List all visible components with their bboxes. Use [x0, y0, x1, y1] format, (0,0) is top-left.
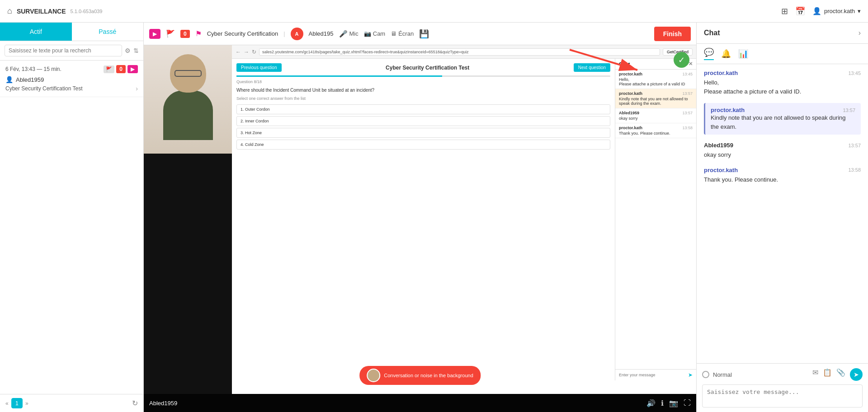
session-save-icon[interactable]: 💾	[419, 29, 429, 39]
quiz-instruction: Select one correct answer from the list	[236, 96, 610, 101]
inner-chat-input-area: ➤	[615, 369, 696, 380]
chat-send-button[interactable]: ➤	[850, 368, 863, 381]
quiz-title-inner: Cyber Security Certification Test	[386, 65, 469, 71]
inner-chat-msg-4: proctor.kath 13:58 Thank you. Please con…	[615, 123, 696, 138]
tab-passe[interactable]: Passé	[72, 23, 144, 41]
page-prev-button[interactable]: «	[5, 400, 9, 407]
page-1-button[interactable]: 1	[11, 398, 23, 408]
grid-icon[interactable]: ⊞	[781, 6, 788, 16]
noise-warning: Conversation or noise in the background	[359, 366, 481, 385]
inner-msg-sender-3: Abled1959 13:57	[619, 111, 639, 115]
right-chat-header: Chat ›	[697, 23, 868, 44]
quiz-question-num: Question 8/18	[236, 80, 610, 84]
search-input[interactable]	[5, 45, 122, 56]
chat-time-1: 13:45	[848, 70, 861, 76]
calendar-icon[interactable]: 📅	[795, 6, 805, 16]
quiz-main: Previous question Cyber Security Certifi…	[232, 59, 615, 380]
top-header: ⌂ SURVEILLANCE 5.1.0-653a039 ⊞ 📅 👤 proct…	[0, 0, 868, 23]
quiz-option-3[interactable]: 3. Hot Zone	[236, 128, 610, 138]
cam-icon: 📷	[364, 30, 371, 37]
chat-text-2: Kindly note that you are not allowed to …	[711, 113, 855, 131]
mail-icon[interactable]: ✉	[812, 368, 818, 381]
session-item[interactable]: 6 Fév, 13:43 — 15 min. 🚩 0 ▶ 👤 Abled1959…	[0, 61, 143, 97]
fullscreen-icon[interactable]: ⛶	[684, 399, 691, 407]
video-bottom-bar: Abled1959 🔊 ℹ 📷 ⛶	[144, 394, 696, 412]
volume-icon[interactable]: 🔊	[646, 399, 656, 407]
student-icon: 👤	[5, 76, 13, 83]
right-chat: Chat › 💬 🔔 📊 proctor.kath 13:45 Hello,Pl…	[696, 23, 868, 412]
session-badges: 🚩 0 ▶	[104, 65, 138, 73]
inner-chat-input[interactable]	[619, 373, 686, 377]
inner-chat-msg-3: Abled1959 13:57 okay sorry	[615, 108, 696, 123]
chat-tab-alerts[interactable]: 🔔	[721, 49, 731, 59]
chat-messages: proctor.kath 13:45 Hello,Please attache …	[697, 64, 868, 363]
user-name: proctor.kath	[824, 8, 855, 14]
chat-msg-header-1: proctor.kath 13:45	[704, 70, 861, 76]
filter-icon[interactable]: ⚙	[125, 47, 131, 54]
webcam-image	[144, 45, 232, 154]
chat-text-1: Hello,Please attache a picture of a vali…	[704, 78, 861, 96]
chat-bottom: Normal ✉ 📋 📎 ➤	[697, 363, 868, 412]
session-flag-red-icon[interactable]: 🚩	[166, 29, 175, 38]
chat-sender-4: proctor.kath	[704, 167, 738, 173]
person-body	[163, 90, 213, 140]
flag-icon[interactable]: 🚩	[104, 66, 114, 73]
chat-msg-group-2: proctor.kath 13:57 Kindly note that you …	[704, 103, 861, 135]
chat-time-3: 13:57	[848, 143, 861, 148]
attach-icon[interactable]: 📎	[836, 368, 845, 381]
chat-msg-header-2: proctor.kath 13:57	[711, 107, 855, 113]
chat-mode-radio[interactable]	[702, 371, 709, 378]
right-chat-title: Chat	[704, 29, 720, 37]
quiz-prev-button[interactable]: Previous question	[236, 63, 282, 72]
sidebar-search: ⚙ ⇅	[0, 41, 143, 61]
person-head	[170, 54, 206, 93]
inner-msg-sender-4: proctor.kath 13:58	[619, 126, 642, 130]
inner-msg-sender-2: proctor.kath 13:57	[619, 91, 642, 96]
camera-icon[interactable]: 📷	[669, 399, 678, 407]
chat-tab-messages[interactable]: 💬	[704, 47, 714, 60]
sidebar-pagination: « 1 » ↻	[0, 394, 143, 412]
page-nav: « 1 »	[5, 398, 28, 408]
clipboard-icon[interactable]: 📋	[823, 368, 832, 381]
sort-icon[interactable]: ⇅	[133, 47, 139, 54]
page-next-button[interactable]: »	[25, 400, 28, 407]
chat-msg-group-1: proctor.kath 13:45 Hello,Please attache …	[704, 70, 861, 96]
student-webcam	[144, 45, 232, 154]
home-icon[interactable]: ⌂	[7, 6, 12, 16]
tab-actif[interactable]: Actif	[0, 23, 72, 41]
chat-input-area	[702, 384, 863, 407]
chat-bubble-2: proctor.kath 13:57 Kindly note that you …	[704, 103, 861, 135]
quiz-progress-bar	[236, 75, 610, 77]
chat-text-3: okay sorry	[704, 150, 861, 159]
quiz-option-2[interactable]: 2. Inner Cordon	[236, 116, 610, 126]
chat-input[interactable]	[707, 389, 858, 402]
chat-time-4: 13:58	[848, 167, 861, 173]
noise-warning-text: Conversation or noise in the background	[384, 373, 473, 378]
session-play-button[interactable]: ▶	[149, 29, 160, 39]
refresh-button[interactable]: ↻	[132, 399, 138, 407]
user-icon: 👤	[812, 7, 821, 15]
play-button[interactable]: ▶	[127, 65, 138, 73]
session-flag-outline-icon[interactable]: ⚑	[195, 29, 202, 38]
chat-sender-1: proctor.kath	[704, 70, 738, 76]
quiz-header: Previous question Cyber Security Certifi…	[236, 63, 610, 72]
app-title: SURVEILLANCE	[17, 8, 66, 15]
green-check-badge: ✓	[674, 52, 689, 68]
main-layout: Actif Passé ⚙ ⇅ 6 Fév, 13:43 — 15 min. 🚩…	[0, 23, 868, 412]
header-right: ⊞ 📅 👤 proctor.kath ▾	[781, 6, 861, 16]
person-glasses	[175, 70, 202, 77]
quiz-option-1[interactable]: 1. Outer Cordon	[236, 104, 610, 114]
info-icon[interactable]: ℹ	[661, 399, 664, 407]
user-badge[interactable]: 👤 proctor.kath ▾	[812, 7, 861, 15]
inner-chat-send-button[interactable]: ➤	[688, 372, 693, 378]
chat-tab-stats[interactable]: 📊	[738, 49, 748, 59]
inner-chat-msg-2: proctor.kath 13:57 Kindly note that you …	[615, 89, 696, 108]
finish-button[interactable]: Finish	[654, 27, 691, 41]
quiz-option-4[interactable]: 4. Cold Zone	[236, 140, 610, 150]
header-left: ⌂ SURVEILLANCE 5.1.0-653a039	[7, 6, 102, 16]
session-bar: ▶ 🚩 0 ⚑ Cyber Security Certification | A…	[144, 23, 696, 45]
quiz-content: Previous question Cyber Security Certifi…	[232, 59, 696, 380]
student-name: 👤 Abled1959	[5, 76, 138, 83]
right-chat-expand-button[interactable]: ›	[859, 29, 861, 37]
cam-label: Cam	[373, 30, 385, 37]
